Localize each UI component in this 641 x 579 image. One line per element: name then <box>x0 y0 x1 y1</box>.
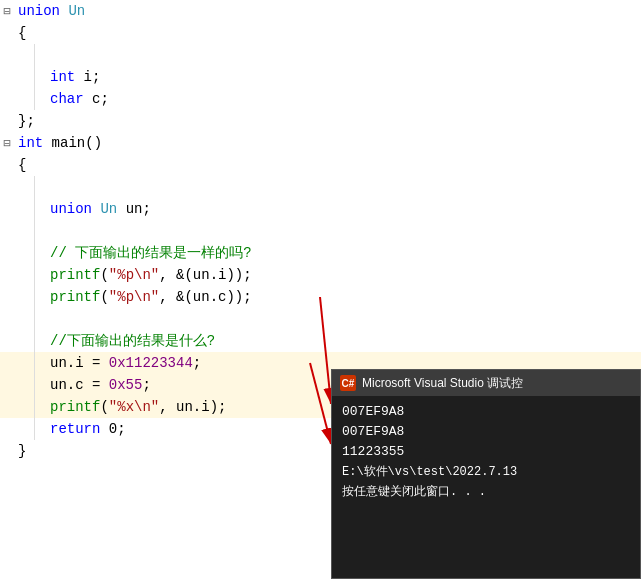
token-plain: i; <box>75 69 100 85</box>
token-plain: un.i = <box>50 355 109 371</box>
code-text-12: // 下面输出的结果是一样的吗? <box>14 242 641 264</box>
code-text-1: union Un <box>14 0 641 22</box>
token-str: "%x\n" <box>109 399 159 415</box>
code-line-4: int i; <box>0 66 641 88</box>
code-line-5: char c; <box>0 88 641 110</box>
vline <box>34 418 50 440</box>
vline <box>34 264 50 286</box>
token-kw: char <box>50 91 84 107</box>
token-plain: { <box>18 157 26 173</box>
code-text-8: { <box>14 154 641 176</box>
vline <box>34 308 50 330</box>
token-plain: { <box>18 25 26 41</box>
vline <box>34 220 50 242</box>
prompt-line: 按任意键关闭此窗口. . . <box>342 482 630 502</box>
token-plain: ; <box>193 355 201 371</box>
console-titlebar: C# Microsoft Visual Studio 调试控 <box>332 370 640 396</box>
token-cmt: //下面输出的结果是什么? <box>50 333 215 349</box>
vline <box>34 66 50 88</box>
output-line-2: 007EF9A8 <box>342 422 630 442</box>
token-fn: printf <box>50 267 100 283</box>
vline <box>34 286 50 308</box>
token-plain: 0; <box>100 421 125 437</box>
token-plain: main() <box>43 135 102 151</box>
vline <box>34 396 50 418</box>
vline <box>34 176 50 198</box>
code-text-7: int main() <box>14 132 641 154</box>
console-window[interactable]: C# Microsoft Visual Studio 调试控 007EF9A8 … <box>331 369 641 579</box>
token-kw: union <box>50 201 92 217</box>
token-kw: union <box>18 3 60 19</box>
vline <box>34 88 50 110</box>
output-line-3: 11223355 <box>342 442 630 462</box>
code-line-2: { <box>0 22 641 44</box>
vline <box>34 374 50 396</box>
code-line-11 <box>0 220 641 242</box>
code-line-9 <box>0 176 641 198</box>
code-line-14: printf("%p\n", &(un.c)); <box>0 286 641 308</box>
token-plain: un.c = <box>50 377 109 393</box>
vline <box>34 352 50 374</box>
code-text-3 <box>14 44 641 66</box>
output-line-1: 007EF9A8 <box>342 402 630 422</box>
token-kw: int <box>18 135 43 151</box>
token-plain: , un.i); <box>159 399 226 415</box>
console-body: 007EF9A8 007EF9A8 11223355 E:\软件\vs\test… <box>332 396 640 578</box>
vline <box>34 44 50 66</box>
token-cmt: // 下面输出的结果是一样的吗? <box>50 245 252 261</box>
token-plain: }; <box>18 113 35 129</box>
code-line-16: //下面输出的结果是什么? <box>0 330 641 352</box>
collapse-btn-7[interactable]: ⊟ <box>0 136 14 151</box>
vline <box>34 198 50 220</box>
path-line: E:\软件\vs\test\2022.7.13 <box>342 462 630 482</box>
vline <box>34 242 50 264</box>
code-line-7: ⊟int main() <box>0 132 641 154</box>
code-line-13: printf("%p\n", &(un.i)); <box>0 264 641 286</box>
token-plain: c; <box>84 91 109 107</box>
token-plain: , &(un.i)); <box>159 267 251 283</box>
vline <box>34 330 50 352</box>
token-num: 0x55 <box>109 377 143 393</box>
token-union-name: Un <box>100 201 117 217</box>
code-text-15 <box>14 308 641 330</box>
code-line-1: ⊟union Un <box>0 0 641 22</box>
token-plain: } <box>18 443 26 459</box>
token-kw: int <box>50 69 75 85</box>
code-text-2: { <box>14 22 641 44</box>
code-line-6: }; <box>0 110 641 132</box>
token-fn: printf <box>50 399 100 415</box>
code-line-10: union Un un; <box>0 198 641 220</box>
collapse-btn-1[interactable]: ⊟ <box>0 4 14 19</box>
code-text-9 <box>14 176 641 198</box>
token-plain: ( <box>100 267 108 283</box>
code-line-8: { <box>0 154 641 176</box>
editor-area: ⊟union Un{int i;char c;};⊟int main(){uni… <box>0 0 641 579</box>
token-plain: ( <box>100 399 108 415</box>
token-plain: ; <box>142 377 150 393</box>
token-plain: , &(un.c)); <box>159 289 251 305</box>
token-str: "%p\n" <box>109 289 159 305</box>
token-str: "%p\n" <box>109 267 159 283</box>
code-text-6: }; <box>14 110 641 132</box>
code-line-15 <box>0 308 641 330</box>
vs-icon: C# <box>340 375 356 391</box>
token-num: 0x11223344 <box>109 355 193 371</box>
code-text-14: printf("%p\n", &(un.c)); <box>14 286 641 308</box>
code-text-4: int i; <box>14 66 641 88</box>
token-union-name: Un <box>68 3 85 19</box>
token-fn: printf <box>50 289 100 305</box>
code-text-5: char c; <box>14 88 641 110</box>
code-text-16: //下面输出的结果是什么? <box>14 330 641 352</box>
token-plain: un; <box>117 201 151 217</box>
token-plain: ( <box>100 289 108 305</box>
code-text-13: printf("%p\n", &(un.i)); <box>14 264 641 286</box>
code-text-11 <box>14 220 641 242</box>
code-line-12: // 下面输出的结果是一样的吗? <box>0 242 641 264</box>
token-kw: return <box>50 421 100 437</box>
code-line-3 <box>0 44 641 66</box>
code-text-10: union Un un; <box>14 198 641 220</box>
console-title: Microsoft Visual Studio 调试控 <box>362 375 523 392</box>
